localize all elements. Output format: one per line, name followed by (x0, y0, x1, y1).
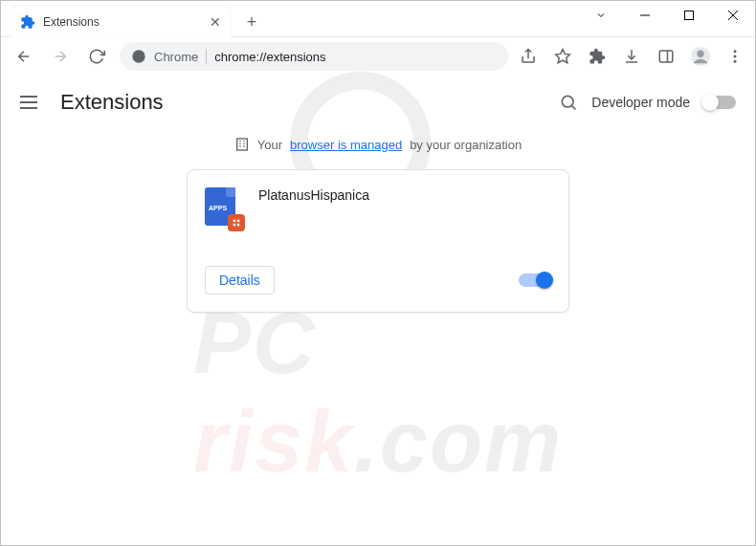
extension-app-icon: APPS (205, 187, 241, 228)
back-button[interactable] (11, 43, 37, 70)
developer-mode-label: Developer mode (591, 95, 690, 110)
omnibox-url: chrome://extensions (214, 50, 325, 64)
extension-puzzle-icon (20, 14, 35, 30)
omnibox-divider (206, 49, 207, 64)
search-icon[interactable] (559, 93, 578, 112)
browser-tab[interactable]: Extensions ✕ (11, 7, 231, 37)
hamburger-menu-icon[interactable] (20, 91, 43, 114)
extensions-puzzle-icon[interactable] (587, 46, 608, 67)
developer-mode-toggle[interactable] (703, 96, 736, 109)
watermark-text: PC risk.com (193, 295, 563, 491)
svg-point-20 (563, 96, 574, 107)
close-button[interactable] (711, 1, 755, 30)
svg-rect-30 (237, 220, 240, 223)
svg-point-16 (697, 51, 703, 57)
svg-point-17 (734, 50, 737, 53)
managed-link[interactable]: browser is managed (290, 138, 402, 152)
minimize-button[interactable] (623, 1, 667, 30)
tab-close-button[interactable]: ✕ (210, 14, 221, 30)
svg-point-8 (132, 50, 145, 62)
svg-rect-3 (685, 11, 694, 20)
svg-rect-29 (233, 220, 236, 223)
bookmark-star-icon[interactable] (552, 46, 573, 67)
extension-name: PlatanusHispanica (258, 187, 369, 228)
new-tab-button[interactable]: + (238, 9, 265, 35)
page-title: Extensions (60, 90, 164, 115)
profile-avatar-icon[interactable] (690, 46, 711, 67)
window-titlebar: Extensions ✕ + (1, 1, 755, 37)
svg-line-21 (572, 106, 576, 110)
svg-rect-32 (237, 224, 240, 227)
managed-text-prefix: Your (257, 138, 282, 152)
svg-rect-13 (659, 51, 673, 62)
address-bar[interactable]: Chrome chrome://extensions (120, 42, 508, 71)
svg-rect-31 (233, 224, 236, 227)
details-button[interactable]: Details (205, 266, 275, 295)
tab-title: Extensions (43, 15, 202, 29)
managed-banner: Your browser is managed by your organiza… (1, 137, 755, 152)
maximize-button[interactable] (667, 1, 711, 30)
svg-rect-22 (236, 139, 247, 150)
window-controls (579, 1, 755, 30)
side-panel-icon[interactable] (656, 46, 677, 67)
download-icon[interactable] (621, 46, 642, 67)
chevron-down-icon[interactable] (579, 1, 623, 30)
forward-button[interactable] (47, 43, 74, 70)
browser-toolbar: Chrome chrome://extensions (1, 37, 755, 76)
extension-card: APPS PlatanusHispanica Details (187, 169, 569, 313)
extensions-header: Extensions Developer mode (1, 76, 755, 129)
managed-text-suffix: by your organization (410, 138, 522, 152)
menu-dots-icon[interactable] (724, 46, 745, 67)
svg-point-18 (734, 55, 737, 58)
reload-button[interactable] (83, 43, 110, 70)
extension-enable-toggle[interactable] (519, 273, 551, 287)
svg-marker-10 (556, 50, 570, 63)
omnibox-origin: Chrome (154, 50, 198, 64)
share-icon[interactable] (518, 46, 539, 67)
building-icon (234, 137, 250, 152)
svg-point-19 (734, 60, 737, 63)
chrome-icon (131, 49, 146, 64)
